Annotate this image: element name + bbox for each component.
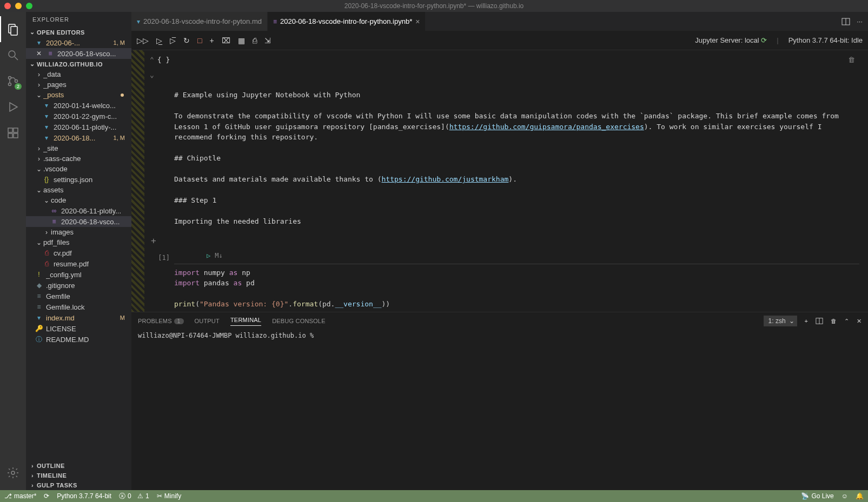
- tab-markdown-file[interactable]: ▾ 2020-06-18-vscode-intro-for-pyton.md: [131, 12, 268, 31]
- activity-settings[interactable]: [0, 460, 26, 486]
- status-sync[interactable]: ⟳: [44, 492, 49, 500]
- folder-code[interactable]: ⌄code: [26, 195, 131, 205]
- file-index-md[interactable]: ▾index.mdM: [26, 312, 131, 323]
- window-close-button[interactable]: [4, 3, 11, 9]
- section-timeline[interactable]: ›TIMELINE: [26, 471, 131, 480]
- section-open-editors[interactable]: ⌄ OPEN EDITORS: [26, 27, 131, 37]
- folder-vscode[interactable]: ⌄.vscode: [26, 164, 131, 174]
- status-python[interactable]: Python 3.7.7 64-bit: [57, 492, 111, 500]
- activity-extensions[interactable]: [0, 120, 26, 146]
- notebook-icon: ∞: [50, 206, 58, 215]
- link-pandas-exercises[interactable]: https://github.com/guipsamora/pandas_exe…: [449, 123, 644, 131]
- variables-icon[interactable]: ▦: [238, 36, 245, 45]
- file-gitignore[interactable]: ◆.gitignore: [26, 280, 131, 291]
- save-icon[interactable]: ⎙: [253, 36, 257, 45]
- status-go-live[interactable]: 📡Go Live: [801, 492, 833, 500]
- folder-posts[interactable]: ⌄_posts: [26, 90, 131, 100]
- code-cell[interactable]: import numpy as np import pandas as pd p…: [174, 267, 859, 312]
- file-post[interactable]: ▾2020-06-11-plotly-...: [26, 122, 131, 132]
- new-terminal-icon[interactable]: +: [805, 318, 808, 324]
- window-minimize-button[interactable]: [15, 3, 22, 9]
- status-minify[interactable]: ✂Minify: [157, 492, 181, 500]
- status-branch[interactable]: ⎇master*: [4, 492, 36, 500]
- file-code-item[interactable]: ≡2020-06-18-vsco...: [26, 216, 131, 227]
- folder-pages[interactable]: ›_pages: [26, 79, 131, 90]
- file-license[interactable]: 🔑LICENSE: [26, 323, 131, 334]
- status-feedback-icon[interactable]: ☺: [842, 492, 848, 500]
- markdown-icon: ▾: [42, 133, 51, 142]
- terminal-select[interactable]: 1: zsh ⌄: [764, 316, 797, 326]
- jupyter-server-status[interactable]: Jupyter Server: local ⟳: [695, 36, 767, 44]
- activity-source-control[interactable]: 2: [0, 68, 26, 94]
- section-outline[interactable]: ›OUTLINE: [26, 461, 131, 471]
- run-below-icon[interactable]: ▷̅: [170, 36, 176, 45]
- markdown-toggle[interactable]: M↓: [215, 251, 222, 260]
- folder-data[interactable]: ›_data: [26, 69, 131, 79]
- run-all-icon[interactable]: ▷▷: [137, 36, 149, 45]
- close-icon[interactable]: ✕: [35, 49, 43, 58]
- add-cell-button[interactable]: +: [151, 235, 156, 247]
- markdown-icon: ▾: [42, 101, 51, 110]
- section-workspace[interactable]: ⌄ WILLIAZO.GITHUB.IO: [26, 59, 131, 69]
- open-editor-item[interactable]: ▾ 2020-06-... 1, M: [26, 37, 131, 48]
- window-title: 2020-06-18-vscode-intro-for-python.ipynb…: [344, 2, 524, 10]
- folder-pdf-files[interactable]: ⌄pdf_files: [26, 237, 131, 247]
- panel-tab-problems[interactable]: PROBLEMS1: [138, 318, 184, 324]
- file-code-item[interactable]: ∞2020-06-11-plotly...: [26, 205, 131, 216]
- split-terminal-icon[interactable]: [816, 317, 823, 325]
- file-config-yml[interactable]: !_config.yml: [26, 269, 131, 280]
- split-editor-icon[interactable]: [842, 17, 850, 26]
- file-gemfile[interactable]: ≡Gemfile: [26, 291, 131, 302]
- panel-tab-output[interactable]: OUTPUT: [195, 318, 220, 324]
- open-editor-item[interactable]: ✕ ≡ 2020-06-18-vsco...: [26, 48, 131, 59]
- section-gulp-tasks[interactable]: ›GULP TASKS: [26, 480, 131, 490]
- add-cell-icon[interactable]: +: [209, 36, 214, 45]
- file-settings-json[interactable]: {}settings.json: [26, 174, 131, 185]
- clear-outputs-icon[interactable]: ⌧: [222, 36, 230, 45]
- svg-point-5: [9, 83, 11, 86]
- more-actions-icon[interactable]: ···: [857, 17, 863, 25]
- file-post[interactable]: ▾2020-01-14-welco...: [26, 100, 131, 111]
- file-post[interactable]: ▾2020-06-18...1, M: [26, 132, 131, 143]
- file-cv-pdf[interactable]: ⎙cv.pdf: [26, 247, 131, 258]
- folder-images[interactable]: ›images: [26, 227, 131, 237]
- svg-point-6: [15, 80, 18, 83]
- folder-site[interactable]: ›_site: [26, 143, 131, 153]
- collapse-down-icon[interactable]: ⌄: [150, 70, 154, 81]
- python-kernel-status[interactable]: Python 3.7.7 64-bit: Idle: [789, 36, 863, 44]
- activity-search[interactable]: [0, 42, 26, 68]
- activity-run-debug[interactable]: [0, 94, 26, 120]
- file-gemfile-lock[interactable]: ≡Gemfile.lock: [26, 302, 131, 312]
- folder-sass-cache[interactable]: ›.sass-cache: [26, 153, 131, 164]
- panel-tab-debug-console[interactable]: DEBUG CONSOLE: [272, 318, 326, 324]
- file-resume-pdf[interactable]: ⎙resume.pdf: [26, 258, 131, 269]
- interrupt-icon[interactable]: □: [197, 36, 202, 45]
- close-icon[interactable]: ×: [415, 17, 420, 26]
- git-branch-icon: ⎇: [4, 492, 12, 500]
- window-maximize-button[interactable]: [26, 3, 32, 9]
- run-cell-icon[interactable]: ▷: [207, 251, 210, 260]
- sidebar: EXPLORER ⌄ OPEN EDITORS ▾ 2020-06-... 1,…: [26, 12, 131, 490]
- trash-icon[interactable]: 🗑: [848, 55, 855, 65]
- folder-assets[interactable]: ⌄assets: [26, 185, 131, 195]
- terminal[interactable]: williazo@NPI-67464-JWMBP williazo.github…: [131, 330, 868, 490]
- svg-rect-11: [14, 133, 18, 138]
- panel-tab-terminal[interactable]: TERMINAL: [230, 317, 261, 326]
- close-panel-icon[interactable]: ✕: [857, 318, 862, 325]
- tab-notebook-file[interactable]: ≡ 2020-06-18-vscode-intro-for-python.ipy…: [268, 12, 426, 31]
- chevron-down-icon: ⌄: [789, 317, 794, 325]
- markdown-cell[interactable]: # Example using Jupyter Notebook with Py…: [174, 84, 868, 232]
- collapse-up-icon[interactable]: ⌃: [150, 55, 154, 65]
- restart-icon[interactable]: ↻: [183, 36, 190, 45]
- markdown-icon: ▾: [137, 18, 140, 25]
- export-icon[interactable]: ⇲: [264, 36, 271, 45]
- status-problems[interactable]: ⓧ0 ⚠1: [119, 492, 149, 501]
- file-post[interactable]: ▾2020-01-22-gym-c...: [26, 111, 131, 122]
- run-above-icon[interactable]: ▷̲: [156, 36, 162, 45]
- file-readme[interactable]: ⓘREADME.MD: [26, 334, 131, 345]
- maximize-panel-icon[interactable]: ⌃: [844, 318, 849, 325]
- kill-terminal-icon[interactable]: 🗑: [831, 318, 837, 324]
- activity-explorer[interactable]: [0, 16, 26, 42]
- status-notifications-icon[interactable]: 🔔: [856, 492, 864, 500]
- link-justmarkham[interactable]: https://github.com/justmarkham: [382, 175, 509, 183]
